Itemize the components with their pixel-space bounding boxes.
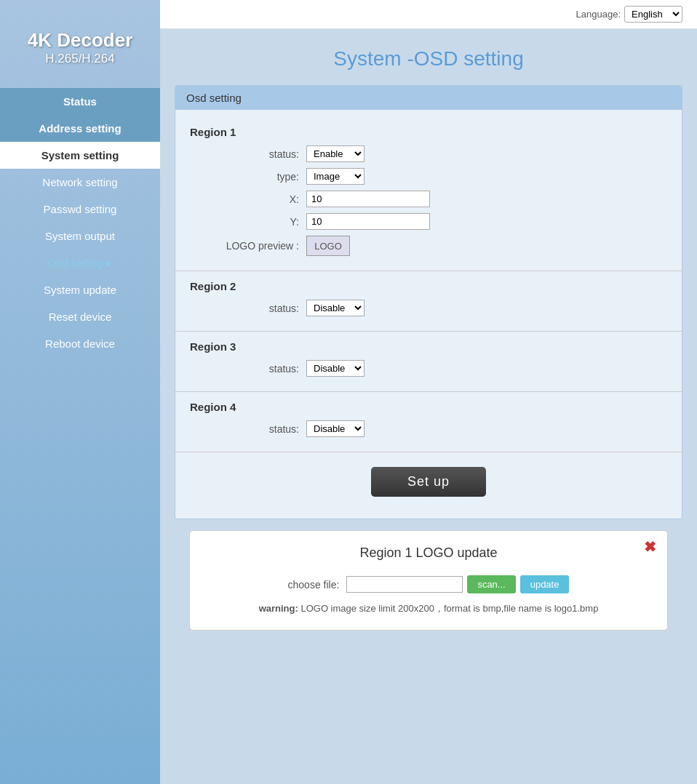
warning-text: LOGO image size limit 200x200，format is … [300, 603, 598, 614]
sidebar-item-passwd[interactable]: Passwd setting [0, 196, 160, 223]
region-3-section: Region 3 status: Enable Disable [175, 332, 682, 392]
sidebar-item-address[interactable]: Address setting [0, 115, 160, 142]
dialog-close-button[interactable]: ✖ [644, 538, 656, 556]
dialog-file-label: choose file: [288, 579, 340, 591]
logo-preview-text: LOGO [314, 241, 342, 252]
region-4-status-label: status: [190, 423, 306, 435]
region-4-title: Region 4 [190, 401, 667, 413]
logo-subtitle: H.265/H.264 [7, 52, 153, 66]
region-1-y-input[interactable] [306, 213, 430, 230]
page-title-bar: System -OSD setting [160, 29, 697, 85]
sidebar-item-system[interactable]: System setting [0, 142, 160, 169]
region-2-title: Region 2 [190, 280, 667, 292]
logo-title: 4K Decoder [7, 29, 153, 52]
region-4-status-row: status: Enable Disable [190, 420, 667, 437]
region-1-y-label: Y: [190, 216, 306, 228]
region-1-logo-preview[interactable]: LOGO [306, 236, 350, 256]
setup-btn-row: Set up [175, 452, 682, 511]
osd-arrow-icon: ▶ [106, 259, 112, 267]
panel-body: Region 1 status: Enable Disable type: Im [175, 110, 682, 519]
region-1-x-input[interactable] [306, 191, 430, 207]
region-2-status-row: status: Enable Disable [190, 300, 667, 316]
sidebar-item-osd[interactable]: Osd setting ▶ [0, 249, 160, 276]
language-label: Language: [576, 9, 621, 20]
top-bar: Language: English Chinese [160, 0, 697, 29]
sidebar-item-update[interactable]: System update [0, 276, 160, 303]
region-1-logo-row: LOGO preview : LOGO [190, 236, 667, 256]
region-4-status-select[interactable]: Enable Disable [306, 420, 365, 437]
region-1-type-row: type: Image Text [190, 168, 667, 185]
dialog-scan-button[interactable]: scan... [467, 575, 515, 593]
region-1-type-select[interactable]: Image Text [306, 168, 365, 185]
setup-button[interactable]: Set up [371, 467, 486, 497]
page-title: System -OSD setting [167, 47, 690, 71]
region-1-y-row: Y: [190, 213, 667, 230]
sidebar-item-reset[interactable]: Reset device [0, 303, 160, 330]
region-3-status-row: status: Enable Disable [190, 360, 667, 377]
region-3-title: Region 3 [190, 340, 667, 353]
region-1-type-label: type: [190, 171, 306, 183]
region-3-status-label: status: [190, 363, 306, 375]
region-1-status-label: status: [190, 148, 306, 160]
region-1-x-label: X: [190, 193, 306, 205]
dialog-warning: warning: LOGO image size limit 200x200，f… [204, 602, 653, 615]
region-1-status-row: status: Enable Disable [190, 145, 667, 162]
region-2-section: Region 2 status: Enable Disable [175, 271, 682, 332]
warning-label: warning: [259, 603, 298, 614]
sidebar-item-status[interactable]: Status [0, 88, 160, 115]
dialog-file-input[interactable] [346, 576, 463, 593]
region-2-status-label: status: [190, 303, 306, 314]
region-1-section: Region 1 status: Enable Disable type: Im [175, 117, 682, 271]
region-3-status-select[interactable]: Enable Disable [306, 360, 365, 377]
region-4-section: Region 4 status: Enable Disable [175, 392, 682, 452]
osd-panel: Osd setting Region 1 status: Enable Disa… [175, 85, 682, 519]
sidebar-item-system-output[interactable]: System output [0, 223, 160, 249]
region-1-x-row: X: [190, 191, 667, 207]
region-2-status-select[interactable]: Enable Disable [306, 300, 365, 316]
region-1-title: Region 1 [190, 126, 667, 138]
sidebar: 4K Decoder H.265/H.264 Status Address se… [0, 0, 160, 784]
sidebar-item-network[interactable]: Network setting [0, 169, 160, 196]
region-1-logo-label: LOGO preview : [190, 240, 306, 252]
main-content: Language: English Chinese System -OSD se… [160, 0, 697, 784]
region-1-status-select[interactable]: Enable Disable [306, 145, 365, 162]
sidebar-logo: 4K Decoder H.265/H.264 [0, 15, 160, 88]
logo-dialog: ✖ Region 1 LOGO update choose file: scan… [189, 530, 668, 631]
sidebar-item-reboot[interactable]: Reboot device [0, 330, 160, 357]
dialog-title: Region 1 LOGO update [204, 545, 653, 561]
dialog-update-button[interactable]: update [520, 575, 570, 593]
content-area: Osd setting Region 1 status: Enable Disa… [175, 85, 682, 631]
dialog-file-row: choose file: scan... update [204, 575, 653, 593]
language-select[interactable]: English Chinese [624, 6, 682, 23]
panel-header: Osd setting [175, 86, 682, 110]
